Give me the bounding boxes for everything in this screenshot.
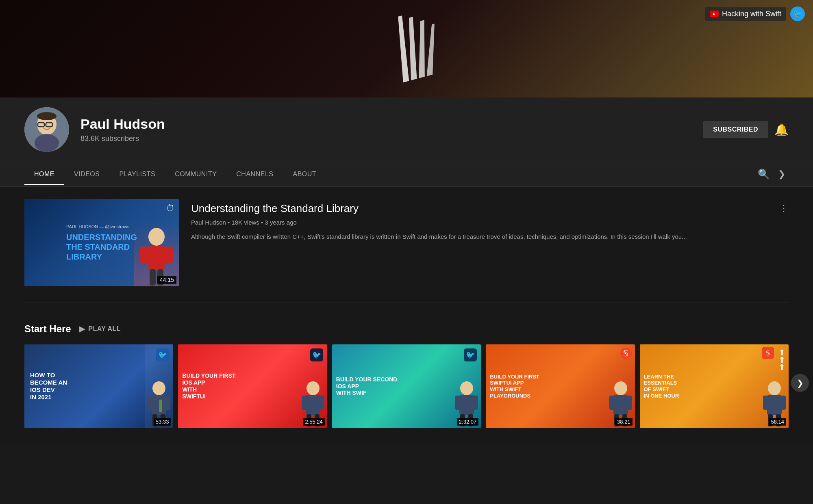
featured-info: Understanding the Standard Library Paul … (191, 199, 789, 286)
avatar-svg (24, 107, 69, 152)
svg-rect-29 (473, 396, 478, 410)
tab-channels[interactable]: CHANNELS (226, 163, 283, 185)
svg-rect-16 (148, 396, 152, 410)
notification-bell-button[interactable]: 🔔 (774, 123, 789, 136)
nav-tabs: HOME VIDEOS PLAYLISTS COMMUNITY CHANNELS… (0, 162, 813, 187)
thumbnail-channel-label: PAUL HUDSON — @twostraws (66, 224, 137, 229)
play-all-label: PLAY ALL (88, 325, 121, 333)
channel-actions: SUBSCRIBED 🔔 (703, 121, 789, 138)
video-grid-wrapper: HOW TOBECOME ANiOS DEVIN 2021 (24, 344, 789, 432)
svg-point-7 (148, 228, 165, 246)
video-card-2[interactable]: BUILD YOUR FIRSTiOS APPWITHSWIFTUI (178, 344, 327, 432)
swift-logo-4: 𝕊 (620, 348, 632, 359)
video-duration-1: 53:33 (154, 418, 171, 426)
thumbnail-title: UNDERSTANDINGTHE STANDARDLIBRARY (66, 232, 137, 262)
svg-point-13 (152, 381, 165, 395)
svg-rect-15 (159, 400, 162, 412)
featured-more-button[interactable]: ⋮ (779, 203, 789, 214)
tab-home[interactable]: HOME (24, 163, 64, 185)
svg-rect-8 (148, 246, 165, 270)
svg-point-5 (35, 134, 59, 152)
video-card-5[interactable]: LEARN THEESSENTIALSOF SWIFTIN ONE HOUR (640, 344, 789, 432)
thumb-5-text: LEARN THEESSENTIALSOF SWIFTIN ONE HOUR (644, 374, 679, 399)
video-thumbnail-2: BUILD YOUR FIRSTiOS APPWITHSWIFTUI (178, 344, 327, 428)
channel-name: Paul Hudson (80, 116, 692, 132)
svg-rect-33 (613, 395, 628, 415)
svg-point-26 (460, 381, 473, 395)
channel-info: Paul Hudson 83.6K subscribers (80, 116, 692, 143)
avatar-image (24, 107, 69, 152)
tab-community[interactable]: COMMUNITY (165, 163, 226, 185)
tab-videos[interactable]: VIDEOS (64, 163, 109, 185)
svg-rect-39 (767, 395, 782, 415)
svg-rect-10 (164, 247, 173, 263)
thumb-1-text: HOW TOBECOME ANiOS DEVIN 2021 (30, 372, 67, 401)
svg-rect-27 (459, 395, 474, 415)
search-icon[interactable]: 🔍 (753, 162, 775, 186)
video-duration-2: 2:55:24 (303, 418, 324, 426)
video-thumbnail-3: Build your secondiOS appwith Swif (332, 344, 481, 428)
svg-rect-41 (781, 396, 786, 410)
video-card-1[interactable]: HOW TOBECOME ANiOS DEVIN 2021 (24, 344, 173, 432)
tab-about[interactable]: ABOUT (283, 163, 326, 185)
featured-video-description: Although the Swift compiler is written C… (191, 232, 789, 242)
svg-rect-17 (165, 396, 170, 410)
featured-thumbnail[interactable]: PAUL HUDSON — @twostraws UNDERSTANDINGTH… (24, 199, 179, 286)
banner-logo (370, 7, 443, 90)
video-card-3[interactable]: Build your secondiOS appwith Swif (332, 344, 481, 432)
video-duration-4: 38:21 (615, 418, 633, 426)
svg-rect-40 (763, 396, 768, 410)
featured-video-duration: 44:15 (157, 276, 176, 284)
svg-point-38 (768, 381, 781, 395)
avatar (24, 107, 69, 152)
svg-rect-35 (627, 396, 632, 410)
twitter-icon[interactable]: 🐦 (790, 6, 805, 21)
svg-rect-22 (302, 396, 307, 410)
hacking-swift-label: Hacking with Swift (722, 10, 781, 18)
svg-rect-23 (320, 396, 324, 410)
video-thumbnail-5: LEARN THEESSENTIALSOF SWIFTIN ONE HOUR (640, 344, 789, 428)
banner-top-right: Hacking with Swift 🐦 (705, 6, 805, 21)
svg-rect-28 (455, 396, 460, 410)
featured-video-section: PAUL HUDSON — @twostraws UNDERSTANDINGTH… (24, 199, 789, 303)
svg-point-20 (307, 381, 320, 395)
video-thumbnail-1: HOW TOBECOME ANiOS DEVIN 2021 (24, 344, 173, 428)
thumb-4-text: BUILD YOUR FIRSTSWIFTUI APPWITH SWIFTPLA… (490, 374, 539, 399)
play-icon: ▶ (79, 324, 85, 333)
thumb-2-text: BUILD YOUR FIRSTiOS APPWITHSWIFTUI (182, 372, 235, 400)
tab-playlists[interactable]: PLAYLISTS (109, 163, 165, 185)
playlist-section: Start Here ▶ PLAY ALL HOW TOBECOME ANiOS… (24, 323, 789, 432)
swift-logo-2: 🐦 (310, 348, 323, 361)
video-grid: HOW TOBECOME ANiOS DEVIN 2021 (24, 344, 789, 432)
thumbnail-text: PAUL HUDSON — @twostraws UNDERSTANDINGTH… (58, 216, 145, 270)
main-content: PAUL HUDSON — @twostraws UNDERSTANDINGTH… (0, 187, 813, 444)
thumb-3-text: Build your secondiOS appwith Swif (336, 376, 398, 396)
banner-logo-svg (370, 7, 443, 89)
grid-next-button[interactable]: ❯ (791, 374, 809, 392)
featured-video-meta: Paul Hudson • 18K views • 3 years ago (191, 219, 789, 226)
playlist-header: Start Here ▶ PLAY ALL (24, 323, 789, 335)
arrow-decoration-3: ⬆ (778, 362, 785, 372)
banner: Hacking with Swift 🐦 (0, 0, 813, 97)
subscribed-button[interactable]: SUBSCRIBED (703, 121, 768, 138)
swift-logo-3: 🐦 (464, 348, 477, 361)
video-card-4[interactable]: BUILD YOUR FIRSTSWIFTUI APPWITH SWIFTPLA… (486, 344, 635, 432)
swift-logo-5: 𝕊 (762, 347, 774, 359)
video-duration-5: 58:14 (769, 418, 786, 426)
playlist-title: Start Here (24, 323, 71, 335)
svg-point-6 (37, 112, 57, 120)
nav-more-chevron-icon[interactable]: ❯ (775, 162, 789, 186)
svg-rect-11 (150, 269, 156, 286)
video-duration-3: 2:32:07 (457, 418, 478, 426)
play-all-button[interactable]: ▶ PLAY ALL (79, 324, 121, 333)
svg-point-32 (614, 381, 627, 395)
hacking-swift-badge: Hacking with Swift (705, 7, 786, 21)
svg-rect-21 (306, 395, 320, 415)
clock-icon: ⏱ (166, 203, 175, 214)
featured-video-title: Understanding the Standard Library (191, 202, 789, 215)
channel-subscribers: 83.6K subscribers (80, 134, 692, 143)
video-thumbnail-4: BUILD YOUR FIRSTSWIFTUI APPWITH SWIFTPLA… (486, 344, 635, 428)
youtube-icon (710, 11, 719, 17)
swift-logo-1: 🐦 (156, 348, 169, 361)
svg-rect-34 (609, 396, 614, 410)
